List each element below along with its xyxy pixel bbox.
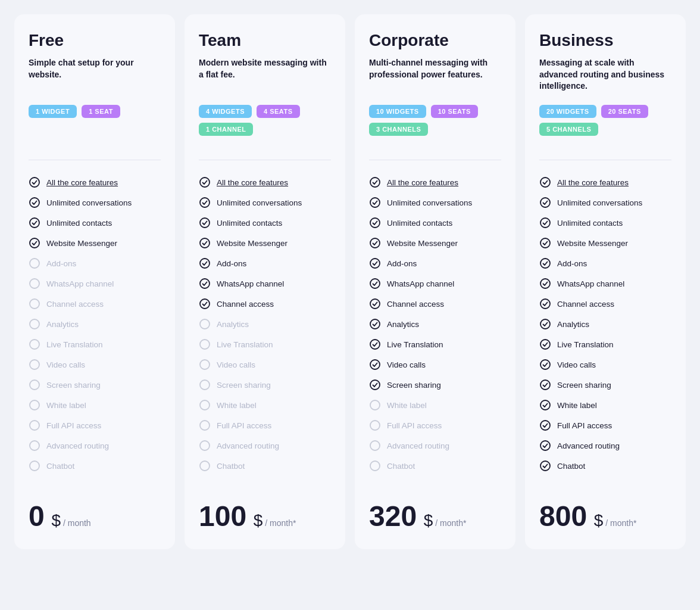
check-circle-icon — [369, 237, 381, 249]
svg-point-0 — [30, 178, 39, 187]
svg-point-40 — [370, 380, 380, 390]
list-item: Video calls — [29, 354, 161, 375]
svg-point-52 — [540, 319, 550, 329]
list-item: Full API access — [199, 415, 331, 435]
plan-description-business: Messaging at scale with advanced routing… — [539, 57, 671, 93]
feature-label: Full API access — [217, 421, 271, 430]
svg-point-9 — [30, 360, 39, 369]
feature-label: Unlimited contacts — [557, 219, 623, 228]
feature-label: Full API access — [387, 421, 442, 430]
list-item: Add-ons — [199, 253, 331, 273]
svg-point-27 — [200, 421, 210, 430]
empty-circle-icon — [29, 338, 40, 350]
svg-point-1 — [30, 198, 39, 207]
list-item: Advanced routing — [199, 435, 331, 456]
feature-label: Analytics — [46, 320, 79, 329]
badge-1-channel: 1 CHANNEL — [199, 123, 253, 136]
list-item: Website Messenger — [29, 233, 161, 253]
check-circle-icon — [369, 278, 381, 290]
feature-label: Unlimited conversations — [557, 198, 642, 207]
svg-point-24 — [200, 360, 210, 369]
plan-name-business: Business — [539, 31, 671, 50]
check-circle-icon — [369, 379, 381, 391]
feature-link[interactable]: All the core features — [46, 178, 118, 187]
empty-circle-icon — [29, 257, 40, 269]
list-item: Unlimited contacts — [199, 213, 331, 233]
check-circle-icon — [29, 217, 40, 229]
list-item: WhatsApp channel — [539, 273, 671, 294]
list-item: Website Messenger — [369, 233, 501, 253]
plan-card-team: TeamModern website messaging with a flat… — [185, 14, 345, 549]
check-circle-icon — [199, 197, 211, 208]
svg-point-37 — [370, 319, 380, 329]
feature-label: White label — [217, 401, 257, 410]
check-circle-icon — [539, 237, 551, 249]
list-item: Unlimited conversations — [539, 192, 671, 213]
check-circle-icon — [539, 318, 551, 330]
divider — [199, 160, 331, 160]
plan-badges-free: 1 WIDGET1 SEAT — [29, 105, 161, 143]
svg-point-36 — [370, 299, 380, 309]
feature-label: Channel access — [46, 300, 104, 309]
empty-circle-icon — [29, 359, 40, 371]
badge-20-seats: 20 SEATS — [601, 105, 648, 118]
feature-link[interactable]: All the core features — [387, 178, 458, 187]
svg-point-8 — [30, 340, 39, 349]
plan-name-team: Team — [199, 31, 331, 50]
feature-label: Unlimited contacts — [217, 219, 282, 228]
feature-label: Add-ons — [46, 259, 76, 268]
plan-name-corporate: Corporate — [369, 31, 501, 50]
check-circle-icon — [369, 298, 381, 310]
svg-point-44 — [370, 461, 380, 471]
list-item: Unlimited contacts — [369, 213, 501, 233]
svg-point-22 — [200, 319, 210, 329]
features-list-free: All the core featuresUnlimited conversat… — [29, 172, 161, 476]
price-currency: $ — [419, 511, 433, 530]
price-section-business: 800 $ / month* — [539, 490, 671, 533]
list-item: All the core features — [199, 172, 331, 192]
divider — [539, 160, 671, 160]
feature-label: Unlimited conversations — [217, 198, 302, 207]
svg-point-6 — [30, 299, 39, 309]
svg-point-47 — [540, 218, 550, 228]
feature-label: Chatbot — [557, 462, 585, 471]
feature-label: Add-ons — [217, 259, 246, 268]
check-circle-icon — [369, 217, 381, 229]
svg-point-49 — [540, 259, 550, 268]
svg-point-39 — [370, 360, 380, 369]
svg-point-28 — [200, 441, 210, 450]
feature-label: Channel access — [217, 300, 274, 309]
empty-circle-icon — [29, 278, 40, 290]
plan-card-free: FreeSimple chat setup for your website.1… — [14, 14, 175, 549]
empty-circle-icon — [29, 298, 40, 310]
feature-label: Full API access — [46, 421, 101, 430]
list-item: Channel access — [369, 294, 501, 314]
feature-label: Chatbot — [217, 462, 245, 471]
svg-point-4 — [30, 259, 39, 268]
feature-label: Live Translation — [217, 340, 273, 349]
list-item: Chatbot — [539, 456, 671, 476]
empty-circle-icon — [369, 440, 381, 452]
feature-label: Live Translation — [46, 340, 103, 349]
badge-5-channels: 5 CHANNELS — [539, 123, 598, 136]
feature-link[interactable]: All the core features — [217, 178, 288, 187]
svg-point-7 — [30, 319, 39, 329]
empty-circle-icon — [199, 379, 211, 391]
list-item: All the core features — [369, 172, 501, 192]
list-item: Channel access — [539, 294, 671, 314]
svg-point-42 — [370, 421, 380, 430]
list-item: Unlimited conversations — [199, 192, 331, 213]
svg-point-51 — [540, 299, 550, 309]
feature-label: Add-ons — [557, 259, 587, 268]
list-item: Unlimited contacts — [29, 213, 161, 233]
empty-circle-icon — [29, 460, 40, 472]
svg-point-3 — [30, 238, 39, 248]
feature-link[interactable]: All the core features — [557, 178, 629, 187]
svg-point-10 — [30, 380, 39, 390]
list-item: Analytics — [369, 314, 501, 334]
list-item: Video calls — [539, 354, 671, 375]
svg-point-56 — [540, 400, 550, 410]
svg-point-34 — [370, 259, 380, 268]
list-item: Screen sharing — [199, 375, 331, 395]
list-item: Channel access — [29, 294, 161, 314]
